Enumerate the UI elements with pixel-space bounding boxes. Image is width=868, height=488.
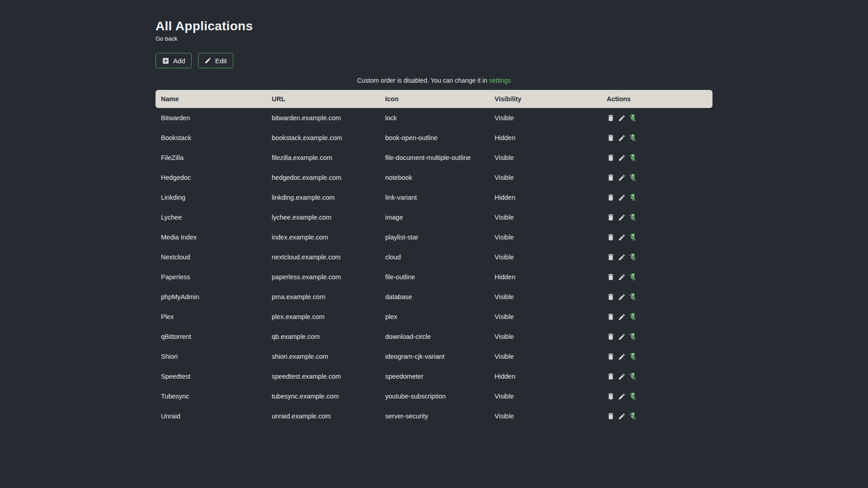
table-header-row: NameURLIconVisibilityActions [156,90,712,108]
content-container: All Applications Go back Add Edit Custom… [156,0,712,426]
delete-button[interactable] [607,293,615,301]
edit-row-button[interactable] [618,273,626,281]
app-actions-cell [601,307,712,327]
edit-button[interactable]: Edit [198,53,233,68]
pin-off-button[interactable] [629,333,637,341]
pin-off-button[interactable] [629,154,637,162]
app-actions-cell [601,108,712,128]
pin-off-icon [629,233,637,241]
applications-table: NameURLIconVisibilityActions Bitwarden b… [156,90,712,426]
delete-button[interactable] [607,193,615,202]
edit-row-button[interactable] [618,154,626,162]
edit-row-button[interactable] [618,194,626,202]
edit-row-button[interactable] [618,333,626,341]
pin-off-button[interactable] [629,233,637,241]
app-actions-cell [601,247,712,267]
app-url-cell: qb.example.com [266,327,380,347]
edit-row-button[interactable] [618,293,626,301]
pencil-icon [618,333,626,341]
delete-button[interactable] [607,273,615,281]
app-visibility-cell: Visible [489,207,601,227]
pencil-icon [618,293,626,301]
trash-icon [607,193,615,202]
pin-off-button[interactable] [629,134,637,142]
app-name-cell: Linkding [156,188,266,207]
delete-button[interactable] [607,253,615,261]
app-visibility-cell: Visible [489,168,601,188]
pencil-icon [618,313,626,321]
delete-button[interactable] [607,412,615,420]
edit-row-button[interactable] [618,114,626,122]
pin-off-icon [629,154,637,162]
custom-order-info: Custom order is disabled. You can change… [156,77,712,84]
delete-button[interactable] [607,333,615,341]
delete-button[interactable] [607,213,615,221]
settings-link[interactable]: settings [489,77,511,84]
app-visibility-cell: Visible [489,406,601,426]
app-visibility-cell: Hidden [489,188,601,207]
edit-row-button[interactable] [618,353,626,361]
pin-off-button[interactable] [629,213,637,221]
page-title: All Applications [156,19,712,33]
pin-off-button[interactable] [629,352,637,361]
app-actions-cell [601,406,712,426]
go-back-link[interactable]: Go back [156,35,177,42]
app-url-cell: speedtest.example.com [266,366,380,386]
add-button[interactable]: Add [156,53,192,68]
app-visibility-cell: Visible [489,327,601,347]
app-actions-cell [601,188,712,207]
pin-off-button[interactable] [629,193,637,202]
app-icon-cell: speedometer [380,366,489,386]
edit-row-button[interactable] [618,393,626,400]
delete-button[interactable] [607,372,615,380]
app-name-cell: Unraid [156,406,266,426]
pencil-icon [618,353,626,361]
pin-off-button[interactable] [629,253,637,261]
trash-icon [607,333,615,341]
edit-row-button[interactable] [618,134,626,142]
app-url-cell: linkding.example.com [266,188,380,207]
app-visibility-cell: Visible [489,307,601,327]
delete-button[interactable] [607,233,615,241]
pin-off-button[interactable] [629,392,637,400]
pin-off-button[interactable] [629,313,637,321]
app-visibility-cell: Visible [489,287,601,307]
pin-off-button[interactable] [629,114,637,122]
pencil-icon [618,413,626,420]
edit-row-button[interactable] [618,373,626,380]
column-header-url: URL [266,90,380,108]
table-row: Paperless paperless.example.com file-out… [156,267,712,287]
pin-off-button[interactable] [629,412,637,420]
app-visibility-cell: Hidden [489,267,601,287]
app-name-cell: Paperless [156,267,266,287]
delete-button[interactable] [607,154,615,162]
delete-button[interactable] [607,114,615,122]
pencil-icon [618,253,626,261]
table-row: phpMyAdmin pma.example.com database Visi… [156,287,712,307]
delete-button[interactable] [607,392,615,400]
pin-off-button[interactable] [629,293,637,301]
app-name-cell: Media Index [156,227,266,247]
table-row: Hedgedoc hedgedoc.example.com notebook V… [156,168,712,188]
app-visibility-cell: Visible [489,347,601,366]
delete-button[interactable] [607,313,615,321]
edit-row-button[interactable] [618,413,626,420]
edit-row-button[interactable] [618,174,626,182]
app-icon-cell: image [380,207,489,227]
table-row: Linkding linkding.example.com link-varia… [156,188,712,207]
pin-off-button[interactable] [629,174,637,182]
pin-off-button[interactable] [629,372,637,380]
edit-row-button[interactable] [618,214,626,221]
pin-off-button[interactable] [629,273,637,281]
app-icon-cell: notebook [380,168,489,188]
edit-row-button[interactable] [618,234,626,241]
app-visibility-cell: Visible [489,148,601,168]
app-name-cell: FileZilla [156,148,266,168]
delete-button[interactable] [607,134,615,142]
delete-button[interactable] [607,174,615,182]
trash-icon [607,233,615,241]
edit-row-button[interactable] [618,313,626,321]
app-icon-cell: server-security [380,406,489,426]
delete-button[interactable] [607,352,615,361]
edit-row-button[interactable] [618,253,626,261]
